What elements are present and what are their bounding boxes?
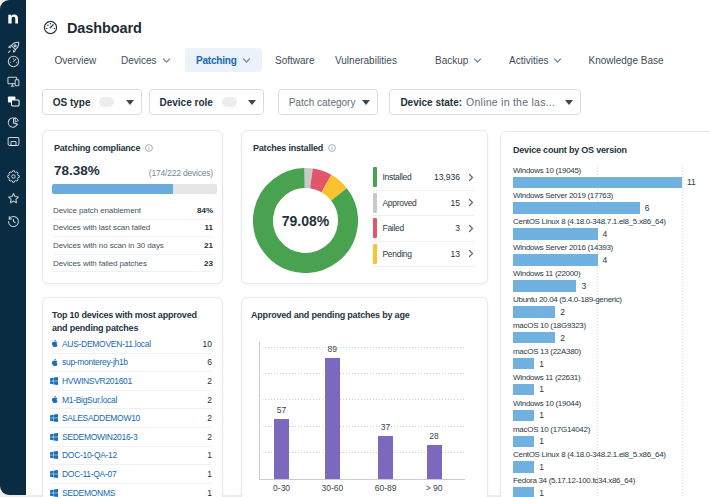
gridline — [259, 426, 465, 427]
age-bar[interactable] — [274, 419, 289, 479]
device-os-icon — [50, 450, 59, 460]
os-bar[interactable] — [513, 487, 534, 497]
console-icon[interactable] — [7, 135, 20, 148]
chevron-right-icon — [467, 173, 475, 182]
age-bar[interactable] — [325, 358, 340, 479]
device-name-link[interactable]: SEDEMOWIN2016-3 — [62, 432, 137, 442]
os-bar[interactable] — [513, 280, 576, 292]
device-name-link[interactable]: DOC-10-QA-12 — [62, 450, 117, 460]
gridline — [259, 399, 465, 400]
tab-software[interactable]: Software — [275, 48, 314, 72]
windows-icon — [50, 470, 58, 478]
device-os-icon — [50, 339, 59, 349]
os-bar[interactable] — [513, 461, 534, 473]
os-bar[interactable] — [513, 202, 640, 214]
age-bar[interactable] — [427, 445, 442, 479]
device-row: HVWINSVR2016012 — [50, 372, 212, 391]
os-bar[interactable] — [513, 254, 598, 266]
donut-center-label: 79.08% — [282, 213, 329, 229]
os-bar[interactable] — [513, 436, 534, 448]
page-title: Dashboard — [67, 20, 142, 36]
os-barline: 2 — [513, 306, 622, 318]
legend-label: Installed — [383, 172, 412, 182]
device-name-link[interactable]: sup-monterey-jh1b — [62, 357, 128, 367]
filter-patch-category[interactable]: Patch category — [278, 89, 379, 115]
os-bar[interactable] — [513, 228, 598, 240]
ninja-logo[interactable] — [7, 10, 20, 23]
device-name-link[interactable]: DOC-11-QA-07 — [62, 469, 116, 479]
os-bar-row: Windows 11 (22000)3 — [513, 269, 586, 292]
info-icon — [145, 144, 153, 152]
windows-icon — [50, 433, 58, 441]
os-value: 1 — [539, 436, 544, 446]
legend-value: 3 — [455, 223, 460, 233]
os-bar[interactable] — [513, 332, 555, 344]
caret-down-icon — [248, 100, 256, 105]
age-bar-value: 37 — [366, 422, 406, 432]
row-value: 21 — [204, 241, 213, 250]
device-name-link[interactable]: M1-BigSur.local — [62, 395, 117, 405]
os-bar[interactable] — [513, 177, 682, 189]
empty-count-pill — [222, 97, 237, 107]
device-name-link[interactable]: HVWINSVR201601 — [62, 376, 132, 386]
os-value: 1 — [539, 384, 544, 394]
legend-row[interactable]: Pending13 — [373, 242, 475, 268]
tab-vulnerabilities[interactable]: Vulnerabilities — [335, 48, 397, 72]
os-label: Windows 10 (19045) — [513, 166, 696, 175]
rocket-icon[interactable] — [7, 41, 20, 54]
os-barline: 1 — [513, 410, 581, 422]
filter-os-type[interactable]: OS type — [42, 89, 142, 115]
star-icon[interactable] — [7, 192, 20, 205]
row-label: Devices with failed patches — [53, 259, 147, 268]
os-barline: 1 — [513, 384, 580, 396]
row-label: Device patch enablement — [53, 206, 141, 215]
tab-backup[interactable]: Backup — [435, 48, 482, 72]
tab-patching[interactable]: Patching — [185, 48, 262, 72]
age-bar[interactable] — [378, 436, 393, 479]
os-bar-row: macOS 10 (17G14042)1 — [513, 425, 590, 448]
tab-activities[interactable]: Activities — [509, 48, 562, 72]
devices-icon[interactable] — [7, 75, 20, 88]
os-bar-row: Fedora 34 (5.17.12-100.fc34.x86_64)1 — [513, 476, 635, 497]
legend-color-bar — [373, 167, 377, 187]
gauge-icon[interactable] — [7, 55, 20, 68]
legend-value: 13 — [451, 249, 460, 259]
os-bar[interactable] — [513, 384, 534, 396]
history-icon[interactable] — [7, 215, 20, 228]
devices-note: (174/222 devices) — [149, 168, 213, 178]
device-name-link[interactable]: SEDEMONMS — [62, 488, 115, 497]
os-bar-row: Windows 10 (19044)1 — [513, 399, 581, 422]
os-label: Fedora 34 (5.17.12-100.fc34.x86_64) — [513, 476, 635, 485]
legend-row[interactable]: Installed13,936 — [373, 165, 475, 191]
device-row: SEDEMONMS1 — [50, 484, 212, 497]
reporting-icon[interactable] — [7, 116, 20, 129]
chevron-down-icon — [553, 56, 562, 65]
os-value: 4 — [603, 255, 608, 265]
filter-device-role[interactable]: Device role — [149, 89, 265, 115]
device-name-link[interactable]: AUS-DEMOVEN-11.local — [62, 339, 151, 349]
legend-row[interactable]: Failed3 — [373, 216, 475, 242]
filter-device-state[interactable]: Device state: Online in the las... — [389, 89, 581, 115]
device-name-link[interactable]: SALESADDEMOW10 — [62, 413, 140, 423]
device-os-icon — [50, 395, 59, 405]
dashboard-gauge-icon — [43, 20, 58, 35]
os-bar[interactable] — [513, 306, 555, 318]
os-label: Windows 10 (19044) — [513, 399, 581, 408]
settings-gear-icon[interactable] — [7, 170, 20, 183]
tab-overview[interactable]: Overview — [55, 48, 97, 72]
os-bar[interactable] — [513, 358, 534, 370]
tab-knowledge-base[interactable]: Knowledge Base — [589, 48, 664, 72]
os-bar-row: macOS 13 (22A380)1 — [513, 347, 581, 370]
tab-devices[interactable]: Devices — [121, 48, 171, 72]
legend-row[interactable]: Approved15 — [373, 191, 475, 217]
os-bar-row: Windows Server 2016 (14393)4 — [513, 243, 613, 266]
os-bar-row: macOS 10 (18G9323)2 — [513, 321, 586, 344]
os-value: 1 — [539, 488, 544, 497]
os-value: 11 — [687, 177, 696, 187]
device-count: 2 — [207, 413, 212, 423]
tab-label: Activities — [509, 55, 548, 66]
os-label: Windows Server 2019 (17763) — [513, 191, 649, 200]
device-count: 2 — [207, 432, 212, 442]
os-bar[interactable] — [513, 410, 534, 422]
dashboards-icon[interactable] — [7, 95, 20, 108]
